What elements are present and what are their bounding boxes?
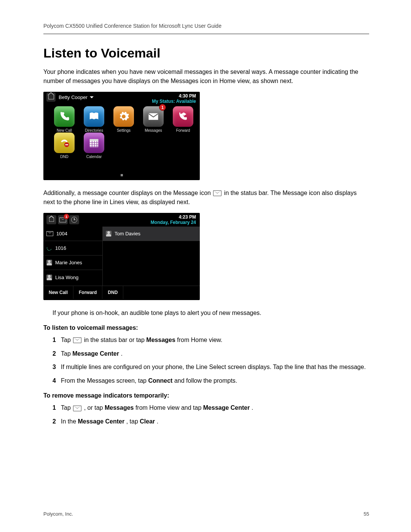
running-header: Polycom CX5500 Unified Conference Statio… <box>43 23 369 29</box>
status-bar-paragraph: Additionally, a message counter displays… <box>43 189 369 207</box>
list-item: 2 In the Message Center , tap Clear . <box>53 417 369 427</box>
calendar-icon <box>88 137 100 149</box>
svg-rect-3 <box>90 139 99 141</box>
intro-paragraph: Your phone indicates when you have new v… <box>43 67 369 86</box>
gear-icon <box>118 111 129 122</box>
messages-status-icon: 1 <box>58 215 68 224</box>
list-item: 4 From the Messages screen, tap Connect … <box>53 376 369 386</box>
app-label: Calendar <box>81 155 107 159</box>
footer-company: Polycom, Inc. <box>43 511 73 517</box>
envelope-icon <box>148 111 159 122</box>
dnd-icon <box>59 137 70 149</box>
app-messages: 1 Messages <box>141 106 166 133</box>
page-indicator <box>43 171 200 178</box>
contact-name: Tom Davies <box>115 231 140 236</box>
messages-badge: 1 <box>159 104 166 111</box>
app-forward: Forward <box>170 106 196 133</box>
line-row: 1016 <box>43 241 102 256</box>
lines-view-screenshot: 1 4:23 PM Monday, February 24 1004 1016 <box>43 213 200 300</box>
line-number: 1004 <box>56 231 67 236</box>
clock-icon <box>69 215 79 224</box>
app-label: Directories <box>81 128 107 133</box>
person-icon <box>106 231 112 236</box>
chevron-down-icon <box>90 96 94 98</box>
procedure-heading: To listen to voicemail messages: <box>43 324 369 331</box>
clock-time: 4:30 PM <box>152 93 196 99</box>
contact-name: Lisa Wong <box>55 275 78 280</box>
app-dnd: DND <box>52 133 77 159</box>
procedure-list: 1 Tap , or tap Messages from Home view a… <box>53 403 369 426</box>
line-number: 1016 <box>55 245 66 251</box>
envelope-icon <box>73 337 81 343</box>
softkey-dnd: DND <box>102 286 123 299</box>
phone-icon <box>59 111 70 122</box>
home-icon <box>46 215 56 224</box>
app-label: DND <box>52 155 77 159</box>
app-settings: Settings <box>111 106 136 133</box>
envelope-icon <box>46 231 53 236</box>
list-item: 3If multiple lines are configured on you… <box>53 362 369 372</box>
envelope-icon <box>73 406 81 411</box>
softkey-new-call: New Call <box>43 286 73 299</box>
audible-tone-paragraph: If your phone is on-hook, an audible ton… <box>53 308 369 318</box>
presence-status: My Status: Available <box>152 99 196 104</box>
home-icon <box>46 93 56 102</box>
line-row: Tom Davies <box>103 227 200 241</box>
book-icon <box>88 111 100 122</box>
list-item: 1 Tap , or tap Messages from Home view a… <box>53 403 369 413</box>
envelope-icon <box>213 190 221 196</box>
person-icon <box>46 260 52 265</box>
home-view-screenshot: Betty Cooper 4:30 PM My Status: Availabl… <box>43 92 200 180</box>
app-new-call: New Call <box>52 106 77 133</box>
contact-name: Marie Jones <box>55 260 82 265</box>
clock-time: 4:23 PM <box>151 214 196 220</box>
on-hook-icon <box>46 245 52 251</box>
app-directories: Directories <box>81 106 107 133</box>
app-label: Forward <box>170 128 196 133</box>
user-name: Betty Cooper <box>59 94 88 100</box>
app-label: Settings <box>111 128 136 133</box>
app-label: New Call <box>52 128 77 133</box>
procedure-heading: To remove message indicators temporarily… <box>43 392 369 399</box>
person-icon <box>46 275 52 280</box>
softkey-forward: Forward <box>73 286 102 299</box>
forward-phone-icon <box>177 111 189 122</box>
line-row: Marie Jones <box>43 256 102 270</box>
page-number: 55 <box>364 511 369 517</box>
date-label: Monday, February 24 <box>151 220 196 225</box>
app-label: Messages <box>141 128 166 133</box>
line-row: 1004 <box>43 227 102 241</box>
line-row: Lisa Wong <box>43 270 102 284</box>
svg-rect-1 <box>65 144 68 145</box>
procedure-list: 1 Tap in the status bar or tap Messages … <box>53 335 369 385</box>
list-item: 1 Tap in the status bar or tap Messages … <box>53 335 369 345</box>
header-rule <box>43 34 369 34</box>
page-title: Listen to Voicemail <box>43 46 369 61</box>
app-calendar: Calendar <box>81 133 107 159</box>
user-name-chip: Betty Cooper <box>59 94 94 100</box>
list-item: 2 Tap Message Center . <box>53 349 369 359</box>
messages-badge: 1 <box>64 214 69 219</box>
